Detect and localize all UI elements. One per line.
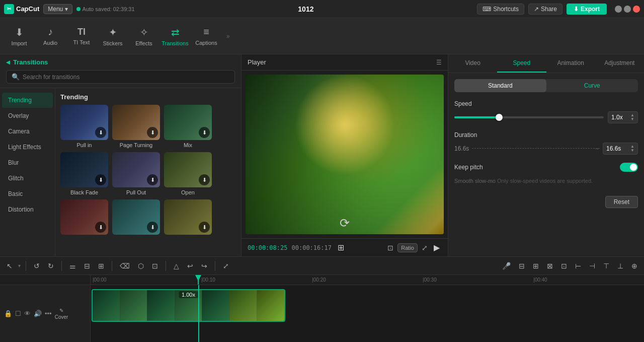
player-menu-icon[interactable]: ☰: [436, 59, 442, 66]
action3[interactable]: ↪: [199, 260, 210, 271]
action1[interactable]: △: [171, 260, 182, 271]
nav-light-effects[interactable]: Light Effects: [2, 140, 53, 155]
delete-tool[interactable]: ⌫: [117, 260, 132, 271]
mic-tool[interactable]: 🎤: [500, 260, 513, 271]
grid-item-open[interactable]: ⬇ Open: [164, 152, 212, 195]
lock-icon[interactable]: 🔒: [4, 310, 12, 317]
grid-item-r2[interactable]: ⬇: [112, 199, 160, 237]
redo-button[interactable]: ↻: [45, 260, 56, 271]
duration-down[interactable]: ▼: [630, 149, 634, 153]
volume-icon[interactable]: 🔊: [34, 310, 42, 317]
zoom-tool[interactable]: ⊕: [629, 260, 640, 271]
more-icon[interactable]: •••: [45, 310, 52, 317]
grid-item-r3[interactable]: ⬇: [164, 199, 212, 237]
crop-tool[interactable]: ⊡: [149, 260, 160, 271]
nav-distortion[interactable]: Distortion: [2, 202, 53, 217]
minimize-button[interactable]: [615, 6, 622, 13]
rtool1[interactable]: ⊟: [516, 260, 527, 271]
grid-view-icon[interactable]: ⊞: [336, 242, 346, 253]
rtool8[interactable]: ⊥: [615, 260, 626, 271]
tool-stickers[interactable]: ✦ Stickers: [98, 20, 128, 52]
download-pull-in[interactable]: ⬇: [95, 127, 106, 138]
nav-basic[interactable]: Basic: [2, 186, 53, 201]
reset-button[interactable]: Reset: [605, 196, 638, 208]
rtool4[interactable]: ⊡: [558, 260, 570, 271]
speed-slider-thumb[interactable]: [496, 114, 503, 121]
rtool6[interactable]: ⊣: [587, 260, 598, 271]
grid-item-black-fade[interactable]: ⬇ Black Fade: [60, 152, 108, 195]
maximize-button[interactable]: [624, 6, 631, 13]
duration-spinners[interactable]: ▲ ▼: [630, 145, 634, 153]
ratio-button[interactable]: Ratio: [397, 243, 418, 252]
undo-button[interactable]: ↺: [31, 260, 42, 271]
download-r1[interactable]: ⬇: [95, 222, 106, 233]
tab-video[interactable]: Video: [448, 54, 497, 73]
nav-trending[interactable]: Trending: [2, 93, 53, 108]
speed-tab-standard[interactable]: Standard: [454, 79, 546, 92]
tool-captions[interactable]: ≡ Captions: [191, 20, 221, 52]
grid-item-mix[interactable]: ⬇ Mix: [164, 105, 212, 148]
smooth-sub: Only slow-speed videos are supported.: [497, 178, 593, 184]
tool-audio[interactable]: ♪ Audio: [35, 20, 65, 52]
download-pull-out[interactable]: ⬇: [147, 174, 158, 185]
grid-item-pull-in[interactable]: ⬇ Pull in: [60, 105, 108, 148]
nav-glitch[interactable]: Glitch: [2, 171, 53, 186]
search-bar[interactable]: 🔍: [6, 70, 235, 84]
share-button[interactable]: ↗ Share: [528, 4, 562, 15]
download-r3[interactable]: ⬇: [199, 222, 210, 233]
download-black-fade[interactable]: ⬇: [95, 174, 106, 185]
split-tool3[interactable]: ⊞: [96, 260, 107, 271]
grid-item-r1[interactable]: ⬇: [60, 199, 108, 237]
search-input[interactable]: [23, 74, 229, 81]
tool-transitions[interactable]: ⇄ Transitions: [160, 20, 190, 52]
grid-item-pull-out[interactable]: ⬇ Pull Out: [112, 152, 160, 195]
download-r2[interactable]: ⬇: [147, 222, 158, 233]
rtool7[interactable]: ⊤: [601, 260, 612, 271]
shortcuts-label: Shortcuts: [493, 6, 519, 13]
split-tool1[interactable]: ⚌: [67, 260, 78, 271]
tool-import[interactable]: ⬇ Import: [4, 20, 34, 52]
toolbar-expand[interactable]: »: [224, 31, 232, 42]
tool-effects[interactable]: ✧ Effects: [129, 20, 159, 52]
tool-text[interactable]: TI TI Text: [66, 20, 97, 52]
rtool3[interactable]: ⊠: [544, 260, 555, 271]
cover-label[interactable]: ✎ Cover: [55, 308, 68, 320]
eye-icon[interactable]: 👁: [24, 310, 31, 317]
menu-button[interactable]: Menu ▾: [43, 4, 72, 14]
split-tool2[interactable]: ⊟: [82, 260, 93, 271]
keep-pitch-toggle[interactable]: [620, 163, 638, 172]
nav-overlay[interactable]: Overlay: [2, 108, 53, 123]
right-panel: Video Speed Animation Adjustment Standar…: [448, 54, 644, 256]
select-dropdown[interactable]: ▾: [18, 263, 21, 268]
play-button[interactable]: ▶: [432, 242, 442, 253]
tab-speed[interactable]: Speed: [497, 54, 546, 73]
video-clip[interactable]: 1.00x: [92, 289, 285, 322]
shortcuts-button[interactable]: ⌨ Shortcuts: [477, 4, 524, 15]
speed-spinners[interactable]: ▲ ▼: [630, 113, 634, 121]
download-open[interactable]: ⬇: [199, 174, 210, 185]
expand-tool[interactable]: ⤢: [220, 260, 231, 271]
tab-animation[interactable]: Animation: [546, 54, 595, 73]
layer-icon[interactable]: ☐: [15, 310, 21, 317]
rtool5[interactable]: ⊢: [573, 260, 584, 271]
grid-item-page-turning[interactable]: ⬇ Page Turning: [112, 105, 160, 148]
nav-camera[interactable]: Camera: [2, 124, 53, 139]
freeze-tool[interactable]: ⬡: [135, 260, 146, 271]
export-button[interactable]: ⬇ Export: [567, 4, 607, 15]
speed-slider-track[interactable]: [454, 116, 604, 118]
track-scroll-area[interactable]: |00:00 |00:10 |00:20 |00:30 |00:40 1.00x: [91, 275, 644, 342]
crop-icon[interactable]: ⊡: [387, 244, 393, 252]
action2[interactable]: ↩: [185, 260, 196, 271]
rotate-icon[interactable]: ⟳: [340, 216, 350, 230]
label-mix: Mix: [184, 142, 192, 148]
close-button[interactable]: [633, 6, 640, 13]
speed-down[interactable]: ▼: [630, 117, 634, 121]
download-mix[interactable]: ⬇: [199, 127, 210, 138]
select-tool[interactable]: ↖: [4, 260, 15, 271]
speed-tab-curve[interactable]: Curve: [546, 79, 638, 92]
download-page-turning[interactable]: ⬇: [147, 127, 158, 138]
fullscreen-icon[interactable]: ⤢: [422, 244, 428, 252]
tab-adjustment[interactable]: Adjustment: [595, 54, 644, 73]
rtool2[interactable]: ⊞: [530, 260, 541, 271]
nav-blur[interactable]: Blur: [2, 155, 53, 170]
